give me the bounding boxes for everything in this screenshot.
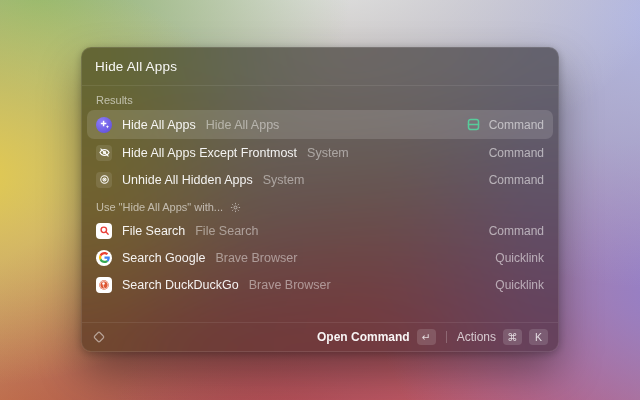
row-subtitle: System <box>263 173 305 187</box>
section-label-use-with: Use "Hide All Apps" with... <box>96 201 544 213</box>
return-key-badge: ↵ <box>417 329 436 345</box>
section-label-text: Use "Hide All Apps" with... <box>96 201 223 213</box>
row-type-label: Command <box>489 118 544 132</box>
raycast-window: Hide All Apps Results Hide All Apps Hide… <box>81 47 559 352</box>
google-icon <box>96 250 112 266</box>
eye-icon <box>96 172 112 188</box>
row-title: Search DuckDuckGo <box>122 278 239 292</box>
section-label-text: Results <box>96 94 133 106</box>
file-search-icon <box>96 223 112 239</box>
result-row-search-google[interactable]: Search Google Brave Browser Quicklink <box>87 244 553 271</box>
section-label-results: Results <box>96 94 544 106</box>
k-key-badge: K <box>529 329 548 345</box>
result-row-file-search[interactable]: File Search File Search Command <box>87 217 553 244</box>
row-title: Hide All Apps <box>122 118 196 132</box>
row-subtitle: Hide All Apps <box>206 118 280 132</box>
row-title: Unhide All Hidden Apps <box>122 173 253 187</box>
window-footer: Open Command ↵ Actions ⌘ K <box>82 322 558 351</box>
actions-button[interactable]: Actions ⌘ K <box>457 329 548 345</box>
open-command-label: Open Command <box>317 330 410 344</box>
row-subtitle: Brave Browser <box>249 278 331 292</box>
row-type-label: Quicklink <box>495 251 544 265</box>
row-type-label: Command <box>489 224 544 238</box>
row-subtitle: File Search <box>195 224 258 238</box>
row-title: File Search <box>122 224 185 238</box>
eye-off-icon <box>96 145 112 161</box>
raycast-logo-icon <box>92 330 106 344</box>
row-type-label: Quicklink <box>495 278 544 292</box>
app-window-icon <box>466 117 481 132</box>
row-type-label: Command <box>489 173 544 187</box>
open-command-button[interactable]: Open Command ↵ <box>317 329 436 345</box>
row-subtitle: System <box>307 146 349 160</box>
row-title: Hide All Apps Except Frontmost <box>122 146 297 160</box>
hide-all-apps-icon <box>96 117 112 133</box>
result-row-hide-all-apps[interactable]: Hide All Apps Hide All Apps Command <box>87 110 553 139</box>
actions-label: Actions <box>457 330 496 344</box>
row-subtitle: Brave Browser <box>215 251 297 265</box>
search-query-text: Hide All Apps <box>95 59 177 74</box>
result-row-hide-except-frontmost[interactable]: Hide All Apps Except Frontmost System Co… <box>87 139 553 166</box>
result-row-unhide-all[interactable]: Unhide All Hidden Apps System Command <box>87 166 553 193</box>
duckduckgo-icon <box>96 277 112 293</box>
cmd-key-badge: ⌘ <box>503 329 522 345</box>
row-type-label: Command <box>489 146 544 160</box>
gear-icon[interactable] <box>230 202 241 213</box>
row-title: Search Google <box>122 251 205 265</box>
result-row-search-duckduckgo[interactable]: Search DuckDuckGo Brave Browser Quicklin… <box>87 271 553 298</box>
footer-divider <box>446 331 447 343</box>
search-input[interactable]: Hide All Apps <box>82 48 558 86</box>
